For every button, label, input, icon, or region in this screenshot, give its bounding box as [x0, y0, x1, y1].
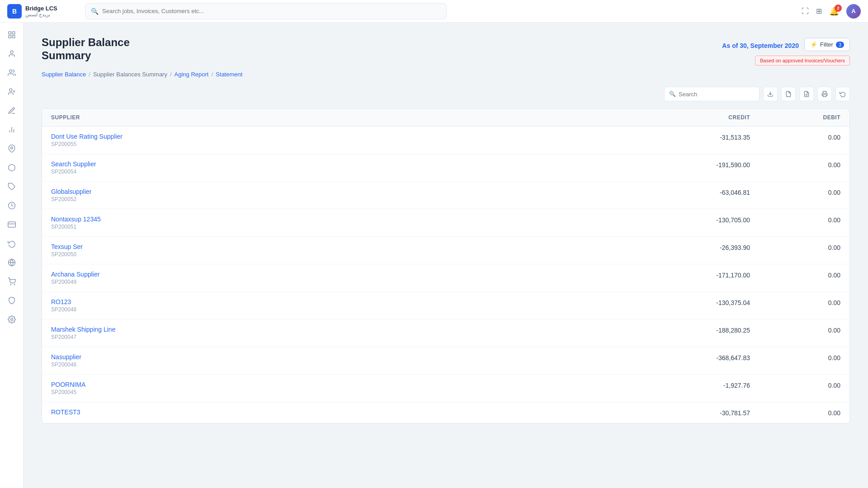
table-body: Dont Use Rating Supplier SP200055 -31,51…	[42, 127, 849, 423]
supplier-code: SP200047	[51, 334, 660, 340]
supplier-code: SP200048	[51, 306, 660, 313]
supplier-name[interactable]: Marshek Shipping Line	[51, 326, 660, 333]
svg-rect-25	[823, 94, 826, 97]
marker-icon[interactable]	[3, 140, 20, 157]
debit-value: 0.00	[750, 216, 840, 230]
table-row: Nontaxsup 12345 SP200051 -130,705.00 0.0…	[42, 209, 849, 237]
table-header: SUPPLIER CREDIT DEBIT	[42, 109, 849, 127]
supplier-code: SP200055	[51, 141, 660, 147]
person-icon[interactable]	[3, 45, 20, 62]
supplier-name[interactable]: Archana Supplier	[51, 271, 660, 278]
svg-point-12	[10, 147, 13, 149]
credit-value: -63,046.81	[660, 188, 750, 202]
supplier-name[interactable]: Dont Use Rating Supplier	[51, 133, 660, 140]
table-row: RO123 SP200048 -130,375.04 0.00	[42, 292, 849, 319]
table-row: Archana Supplier SP200049 -171,170.00 0.…	[42, 264, 849, 292]
breadcrumb-statement[interactable]: Statement	[216, 71, 242, 78]
search-icon: 🔍	[91, 8, 99, 15]
fullscreen-button[interactable]: ⛶	[802, 7, 809, 15]
debit-value: 0.00	[750, 381, 840, 395]
supplier-code: SP200054	[51, 169, 660, 175]
as-of-label: As of 30, September 2020	[722, 42, 799, 49]
person-add-icon[interactable]	[3, 83, 20, 100]
supplier-name[interactable]: RO123	[51, 298, 660, 305]
title-section: Supplier Balance Summary	[42, 36, 130, 62]
box-icon[interactable]	[3, 159, 20, 176]
supplier-name[interactable]: Nasupplier	[51, 353, 660, 361]
breadcrumb-supplier-balance[interactable]: Supplier Balance	[42, 71, 86, 78]
supplier-cell: Dont Use Rating Supplier SP200055	[51, 133, 660, 147]
svg-rect-3	[12, 36, 14, 38]
supplier-code: SP200052	[51, 196, 660, 202]
shield-icon[interactable]	[3, 292, 20, 309]
logo-icon: B	[7, 4, 22, 19]
col-credit: CREDIT	[660, 114, 750, 121]
notifications-button[interactable]: 🔔 2	[829, 6, 839, 16]
global-search[interactable]: 🔍	[85, 3, 447, 19]
credit-value: -130,705.00	[660, 216, 750, 230]
debit-value: 0.00	[750, 188, 840, 202]
supplier-cell: Nasupplier SP200046	[51, 353, 660, 368]
filter-button[interactable]: ⚡ Filter 3	[804, 38, 850, 51]
avatar[interactable]: A	[846, 4, 861, 19]
app-name-arabic: بريدج لسس	[25, 12, 57, 18]
supplier-name[interactable]: Nontaxsup 12345	[51, 216, 660, 223]
credit-value: -188,280.25	[660, 326, 750, 340]
credit-value: -30,781.57	[660, 408, 750, 417]
print-button[interactable]	[817, 87, 832, 101]
credit-value: -171,170.00	[660, 271, 750, 285]
table-row: Dont Use Rating Supplier SP200055 -31,51…	[42, 127, 849, 154]
svg-rect-1	[12, 32, 14, 34]
supplier-table: SUPPLIER CREDIT DEBIT Dont Use Rating Su…	[42, 108, 850, 424]
apps-button[interactable]: ⊞	[816, 7, 822, 15]
tag-icon[interactable]	[3, 178, 20, 195]
globe-icon[interactable]	[3, 254, 20, 271]
table-search[interactable]: 🔍	[664, 87, 760, 101]
supplier-name[interactable]: Globalsupplier	[51, 188, 660, 195]
supplier-cell: Search Supplier SP200054	[51, 160, 660, 175]
credit-value: -31,513.35	[660, 133, 750, 147]
refresh-button[interactable]	[835, 87, 850, 101]
card-icon[interactable]	[3, 216, 20, 233]
breadcrumb-aging-report[interactable]: Aging Report	[175, 71, 209, 78]
supplier-name[interactable]: ROTEST3	[51, 408, 660, 416]
toolbar: 🔍	[42, 87, 850, 101]
topbar-actions: ⛶ ⊞ 🔔 2 A	[802, 4, 861, 19]
credit-value: -191,590.00	[660, 160, 750, 175]
as-of-date: 30, September 2020	[740, 42, 799, 49]
edit-icon[interactable]	[3, 102, 20, 119]
supplier-cell: Globalsupplier SP200052	[51, 188, 660, 202]
supplier-cell: Texsup Ser SP200050	[51, 243, 660, 258]
clock-icon[interactable]	[3, 197, 20, 214]
chart-icon[interactable]	[3, 121, 20, 138]
breadcrumb-supplier-balances-summary: Supplier Balances Summary	[93, 71, 167, 78]
supplier-cell: RO123 SP200048	[51, 298, 660, 313]
refresh-icon[interactable]	[3, 235, 20, 252]
global-search-input[interactable]	[102, 8, 441, 14]
credit-value: -368,647.83	[660, 353, 750, 368]
debit-value: 0.00	[750, 298, 840, 313]
dashboard-icon[interactable]	[3, 26, 20, 43]
svg-point-20	[14, 284, 15, 285]
supplier-cell: Marshek Shipping Line SP200047	[51, 326, 660, 340]
debit-value: 0.00	[750, 133, 840, 147]
group-icon[interactable]	[3, 64, 20, 81]
page-title: Supplier Balance Summary	[42, 36, 130, 62]
supplier-name[interactable]: Texsup Ser	[51, 243, 660, 250]
debit-value: 0.00	[750, 353, 840, 368]
download-csv-button[interactable]	[763, 87, 778, 101]
table-search-input[interactable]	[679, 91, 755, 98]
breadcrumb: Supplier Balance / Supplier Balances Sum…	[42, 71, 850, 78]
supplier-name[interactable]: POORNIMA	[51, 381, 660, 388]
search-icon: 🔍	[669, 91, 676, 97]
supplier-code: SP200050	[51, 251, 660, 258]
table-row: Nasupplier SP200046 -368,647.83 0.00	[42, 347, 849, 375]
svg-point-6	[9, 89, 12, 91]
download-excel-button[interactable]	[781, 87, 796, 101]
logo-text: Bridge LCS بريدج لسس	[25, 5, 57, 18]
svg-rect-2	[9, 36, 11, 38]
download-pdf-button[interactable]	[799, 87, 814, 101]
cart-icon[interactable]	[3, 273, 20, 290]
supplier-name[interactable]: Search Supplier	[51, 160, 660, 168]
gear-icon[interactable]	[3, 311, 20, 328]
